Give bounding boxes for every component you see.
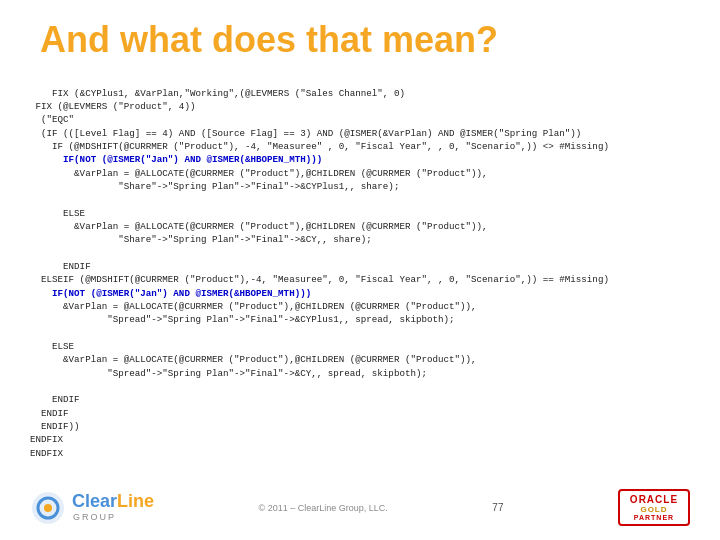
code-line-2: FIX (@LEVMERS ("Product", 4)) [30, 101, 195, 112]
page-number: 77 [492, 502, 503, 513]
code-line-24: ENDIF [30, 394, 80, 405]
code-line-3: ("EQC" [30, 114, 74, 125]
logo-text: ClearLine Group [72, 492, 154, 523]
code-line-14: ENDIF [30, 261, 91, 272]
code-block: FIX (&CYPlus1, &VarPlan,"Working",(@LEVM… [0, 71, 720, 473]
oracle-partner: PARTNER [634, 514, 674, 521]
logo-group: Group [73, 513, 154, 523]
code-line-12: "Share"->"Spring Plan"->"Final"->&CY,, s… [30, 234, 372, 245]
code-line-8: "Share"->"Spring Plan"->"Final"->&CYPlus… [30, 181, 399, 192]
logo-icon [30, 490, 66, 526]
code-line-22: "Spread"->"Spring Plan"->"Final"->&CY,, … [30, 368, 427, 379]
code-line-20: ELSE [30, 341, 74, 352]
code-line-17: &VarPlan = @ALLOCATE(@CURRMER ("Product"… [30, 301, 477, 312]
code-line-6: IF(NOT (@ISMER("Jan") AND @ISMER(&HBOPEN… [30, 154, 322, 165]
code-line-25: ENDIF [30, 408, 69, 419]
code-line-28: ENDFIX [30, 448, 63, 459]
slide: And what does that mean? FIX (&CYPlus1, … [0, 0, 720, 540]
code-line-1: FIX (&CYPlus1, &VarPlan,"Working",(@LEVM… [52, 88, 405, 99]
logo-brand: ClearLine [72, 492, 154, 512]
logo-line: Line [117, 491, 154, 511]
oracle-badge: ORACLE GOLD PARTNER [618, 489, 690, 526]
code-line-18: "Spread"->"Spring Plan"->"Final"->&CYPlu… [30, 314, 455, 325]
svg-point-2 [44, 504, 52, 512]
code-line-21: &VarPlan = @ALLOCATE(@CURRMER ("Product"… [30, 354, 477, 365]
code-line-5: IF (@MDSHIFT(@CURRMER ("Product"), -4, "… [30, 141, 609, 152]
code-line-10: ELSE [30, 208, 85, 219]
code-line-27: ENDFIX [30, 434, 63, 445]
footer: ClearLine Group © 2011 – ClearLine Group… [0, 489, 720, 526]
copyright-text: © 2011 – ClearLine Group, LLC. [259, 503, 388, 513]
code-line-16: IF(NOT (@ISMER("Jan") AND @ISMER(&HBOPEN… [30, 288, 311, 299]
code-line-26: ENDIF)) [30, 421, 80, 432]
logo-clear: Clear [72, 491, 117, 511]
code-line-11: &VarPlan = @ALLOCATE(@CURRMER ("Product"… [30, 221, 488, 232]
code-line-15: ELSEIF (@MDSHIFT(@CURRMER ("Product"),-4… [30, 274, 609, 285]
code-line-7: &VarPlan = @ALLOCATE(@CURRMER ("Product"… [30, 168, 488, 179]
oracle-text: ORACLE [630, 494, 678, 505]
clearline-logo: ClearLine Group [30, 490, 154, 526]
slide-title: And what does that mean? [0, 0, 720, 71]
oracle-gold: GOLD [640, 505, 667, 514]
code-line-4: (IF (([Level Flag] == 4) AND ([Source Fl… [30, 128, 581, 139]
